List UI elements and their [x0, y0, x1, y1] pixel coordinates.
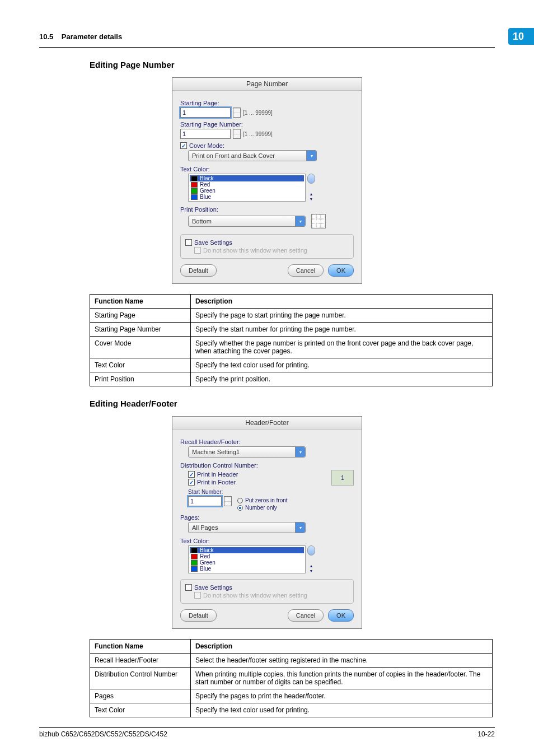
t2-h1: Function Name: [90, 640, 191, 654]
pages-select[interactable]: All Pages ▾: [188, 522, 306, 533]
print-position-label: Print Position:: [180, 206, 354, 213]
dialog2-title: Header/Footer: [172, 417, 362, 430]
chevron-down-icon: ▾: [295, 447, 305, 457]
table-row: Text ColorSpecify the text color used fo…: [90, 358, 493, 372]
pages-label: Pages:: [180, 514, 354, 521]
section-title: Parameter details: [62, 32, 122, 41]
save-settings-label1: Save Settings: [194, 239, 232, 246]
cancel-button2[interactable]: Cancel: [288, 609, 324, 622]
print-position-value: Bottom: [189, 218, 295, 225]
dcn-label: Distribution Control Number:: [180, 462, 354, 469]
starting-page-number-stepper[interactable]: [233, 129, 241, 139]
color-red: Red: [190, 181, 304, 188]
range2: [1 ... 99999]: [243, 131, 273, 137]
table-row: Recall Header/FooterSelect the header/fo…: [90, 654, 493, 668]
print-header-label: Print in Header: [197, 471, 238, 478]
cover-mode-checkbox[interactable]: [180, 142, 187, 149]
do-not-show-checkbox1: [194, 247, 201, 254]
table-row: Text ColorSpecify the text color used fo…: [90, 703, 493, 717]
do-not-show-checkbox2: [194, 592, 201, 599]
t1-h2: Description: [191, 295, 493, 309]
position-grid-icon[interactable]: [311, 214, 326, 228]
start-number-input[interactable]: 1: [188, 496, 222, 506]
text-color-label1: Text Color:: [180, 166, 354, 172]
section-no: 10.5: [39, 32, 53, 41]
cover-mode-value: Print on Front and Back Cover: [189, 152, 306, 159]
starting-page-stepper[interactable]: [233, 108, 241, 118]
print-footer-checkbox[interactable]: [188, 479, 195, 486]
print-header-checkbox[interactable]: [188, 471, 195, 478]
dialog1-title: Page Number: [172, 78, 362, 91]
dcn-count: 1: [331, 470, 354, 486]
t2-h2: Description: [191, 640, 493, 654]
footer-right: 10-22: [477, 730, 495, 738]
color-blue: Blue: [190, 566, 304, 572]
pages-value: All Pages: [189, 524, 295, 531]
start-number-stepper[interactable]: [224, 496, 232, 506]
chevron-down-icon: ▾: [295, 216, 305, 226]
number-only-label: Number only: [245, 505, 277, 511]
table-row: Starting Page NumberSpecify the start nu…: [90, 323, 493, 337]
table-row: Print PositionSpecify the print position…: [90, 372, 493, 386]
table-row: Starting PageSpecify the page to start p…: [90, 309, 493, 323]
table-row: Distribution Control NumberWhen printing…: [90, 668, 493, 689]
color-black: Black: [190, 175, 304, 181]
scrollbar-thumb[interactable]: [307, 174, 315, 184]
table-row: Cover ModeSpecify whether the page numbe…: [90, 337, 493, 358]
ok-button2[interactable]: OK: [328, 609, 354, 622]
number-only-radio[interactable]: [237, 505, 243, 511]
scrollbar-thumb[interactable]: [307, 545, 315, 556]
footer-left: bizhub C652/C652DS/C552/C552DS/C452: [39, 730, 167, 738]
put-zeros-radio[interactable]: [237, 498, 243, 503]
page-number-dialog: Page Number Starting Page: 1 [1 ... 9999…: [172, 77, 362, 284]
do-not-show-label2: Do not show this window when setting: [203, 592, 307, 599]
table2: Function NameDescription Recall Header/F…: [90, 639, 493, 717]
text-color-list1[interactable]: Black Red Green Blue: [188, 174, 306, 202]
save-settings-checkbox2[interactable]: [185, 584, 192, 591]
text-color-list2[interactable]: Black Red Green Blue: [188, 545, 306, 573]
recall-select[interactable]: Machine Setting1 ▾: [188, 446, 306, 458]
table-row: PagesSpecify the pages to print the head…: [90, 689, 493, 703]
print-position-select[interactable]: Bottom ▾: [188, 216, 306, 227]
recall-value: Machine Setting1: [189, 449, 295, 455]
chevron-down-icon: ▾: [306, 151, 316, 161]
header-footer-dialog: Header/Footer Recall Header/Footer: Mach…: [172, 416, 362, 629]
start-number-label: Start Number:: [188, 489, 354, 495]
color-blue: Blue: [190, 194, 304, 200]
starting-page-number-input[interactable]: 1: [180, 129, 231, 139]
print-footer-label: Print in Footer: [197, 479, 236, 486]
t1-h1: Function Name: [90, 295, 191, 309]
text-color-label2: Text Color:: [180, 538, 354, 544]
default-button2[interactable]: Default: [180, 609, 217, 622]
section2-title: Editing Header/Footer: [90, 399, 495, 408]
page-header: 10.5 Parameter details 10: [39, 28, 495, 48]
starting-page-input[interactable]: 1: [180, 108, 231, 118]
range1: [1 ... 99999]: [243, 110, 273, 116]
do-not-show-label1: Do not show this window when setting: [203, 247, 307, 254]
color-black: Black: [190, 547, 304, 553]
save-settings-label2: Save Settings: [194, 584, 232, 591]
header-left: 10.5 Parameter details: [39, 32, 122, 41]
color-green: Green: [190, 188, 304, 194]
section1-title: Editing Page Number: [90, 60, 495, 69]
starting-page-label: Starting Page:: [180, 100, 354, 106]
recall-label: Recall Header/Footer:: [180, 438, 354, 445]
color-green: Green: [190, 559, 304, 566]
cancel-button1[interactable]: Cancel: [288, 264, 324, 277]
cover-mode-select[interactable]: Print on Front and Back Cover ▾: [188, 150, 317, 161]
page-footer: bizhub C652/C652DS/C552/C552DS/C452 10-2…: [39, 727, 495, 738]
cover-mode-label: Cover Mode:: [189, 142, 224, 149]
save-settings-checkbox1[interactable]: [185, 239, 192, 246]
starting-page-number-label: Starting Page Number:: [180, 121, 354, 128]
put-zeros-label: Put zeros in front: [245, 497, 288, 503]
color-red: Red: [190, 553, 304, 559]
table1: Function NameDescription Starting PageSp…: [90, 294, 493, 386]
ok-button1[interactable]: OK: [328, 264, 354, 277]
chevron-down-icon: ▾: [295, 522, 305, 533]
default-button1[interactable]: Default: [180, 264, 217, 277]
chapter-badge: 10: [508, 28, 534, 45]
